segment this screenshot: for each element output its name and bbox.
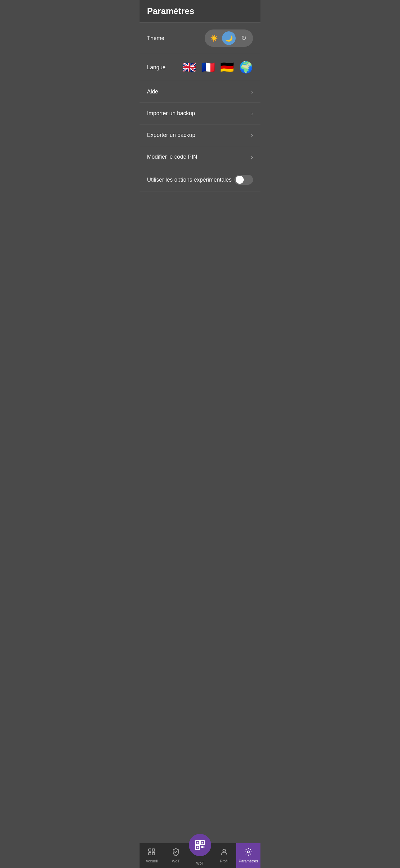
toggle-thumb [236,176,244,184]
export-label: Exporter un backup [147,132,195,138]
theme-label: Theme [147,35,164,41]
toggle-track [234,175,253,185]
experimental-row: Utiliser les options expérimentales [139,168,261,192]
import-chevron-icon: › [251,110,253,117]
pin-chevron-icon: › [251,153,253,160]
sun-icon: ☀️ [210,34,218,42]
langue-label: Langue [147,64,166,71]
langue-flags: 🇬🇧 🇫🇷 🇩🇪 🌍 [182,61,253,74]
pin-label: Modifier le code PIN [147,154,197,160]
theme-light-option[interactable]: ☀️ [207,31,221,45]
experimental-toggle[interactable] [234,175,253,185]
aide-label: Aide [147,89,158,95]
import-label: Importer un backup [147,110,195,117]
aide-row[interactable]: Aide › [139,81,261,103]
theme-toggle[interactable]: ☀️ 🌙 ↻ [205,30,253,47]
langue-row: Langue 🇬🇧 🇫🇷 🇩🇪 🌍 [139,54,261,81]
aide-chevron-icon: › [251,88,253,95]
pin-row[interactable]: Modifier le code PIN › [139,146,261,168]
flag-english[interactable]: 🇬🇧 [182,61,196,74]
refresh-icon: ↻ [241,34,246,42]
page-title: Paramètres [147,6,253,16]
export-row[interactable]: Exporter un backup › [139,124,261,146]
moon-icon: 🌙 [225,34,233,42]
flag-german[interactable]: 🇩🇪 [220,61,234,74]
header: Paramètres [139,0,261,23]
experimental-label: Utiliser les options expérimentales [147,177,232,183]
theme-dark-option[interactable]: 🌙 [222,31,236,45]
theme-controls: ☀️ 🌙 ↻ [205,30,253,47]
flag-other[interactable]: 🌍 [239,61,253,74]
theme-refresh-button[interactable]: ↻ [237,31,251,45]
export-chevron-icon: › [251,132,253,139]
flag-french[interactable]: 🇫🇷 [201,61,215,74]
import-row[interactable]: Importer un backup › [139,103,261,124]
theme-row: Theme ☀️ 🌙 ↻ [139,23,261,54]
settings-list: Theme ☀️ 🌙 ↻ Langue 🇬🇧 🇫🇷 🇩🇪 🌍 [139,23,261,223]
